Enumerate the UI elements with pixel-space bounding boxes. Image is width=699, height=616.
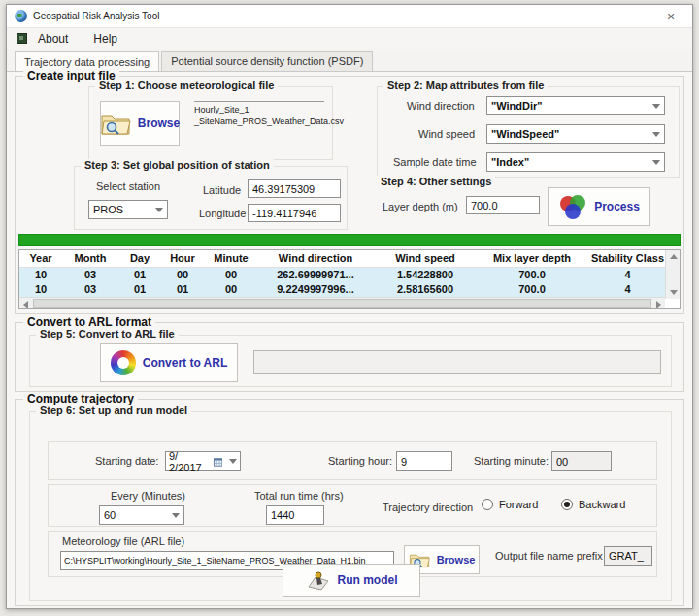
table-cell: 00 [204, 268, 258, 282]
every-minutes-value: 60 [104, 509, 168, 521]
process-button[interactable]: Process [548, 187, 650, 226]
col-header[interactable]: Stability Class [586, 250, 669, 268]
met-file-name-line2: _SiteName_PROS_Weather_Data.csv [194, 115, 324, 127]
col-header[interactable]: Wind direction [258, 250, 373, 268]
convert-to-arl-button[interactable]: Convert to ARL [100, 343, 238, 382]
run-settings-row: Every (Minutes) 60 Total run time (hrs) … [48, 484, 657, 527]
output-prefix-label: Output file name prefix [495, 550, 603, 562]
col-header[interactable]: Year [19, 250, 62, 268]
table-cell: 01 [118, 268, 161, 282]
run-model-button[interactable]: Run model [283, 564, 420, 597]
table-header-row: Year Month Day Hour Minute Wind directio… [19, 250, 680, 268]
starting-date-label: Starting date: [95, 455, 158, 467]
wind-direction-select[interactable]: "WindDir" [486, 96, 665, 115]
radio-icon [482, 499, 493, 510]
about-icon [17, 33, 27, 44]
app-icon [15, 10, 27, 22]
menu-about[interactable]: About [32, 30, 74, 48]
met-file-name: Hourly_Site_1 _SiteName_PROS_Weather_Dat… [194, 101, 324, 127]
sample-date-time-select[interactable]: "Index" [486, 152, 665, 172]
table-cell: 00 [204, 282, 258, 297]
table-cell: 4 [586, 268, 669, 282]
wind-direction-label: Wind direction [407, 100, 475, 112]
table-cell: 03 [62, 268, 118, 282]
browse-arl-label: Browse [437, 554, 476, 566]
menu-help[interactable]: Help [87, 30, 123, 48]
col-header[interactable]: Hour [161, 250, 204, 268]
run-model-icon [306, 569, 331, 591]
col-header[interactable]: Minute [204, 250, 258, 268]
scrollbar-thumb[interactable] [33, 299, 651, 308]
table-cell: 4 [586, 282, 669, 297]
window-title: Geospatial Risk Analysis Tool [33, 11, 159, 21]
scroll-down-icon[interactable] [670, 290, 678, 295]
forward-radio[interactable]: Forward [482, 499, 538, 510]
total-run-time-label: Total run time (hrs) [254, 490, 344, 502]
col-header[interactable]: Day [118, 250, 161, 268]
table-cell: 01 [161, 282, 204, 297]
station-select[interactable]: PROS [88, 200, 168, 219]
table-cell: 700.0 [478, 268, 586, 282]
scroll-left-icon[interactable] [23, 301, 28, 308]
trajectory-direction-label: Trajectory direction [383, 502, 473, 513]
table-cell: 10 [19, 282, 62, 297]
sample-date-time-value: "Index" [491, 156, 649, 168]
station-value: PROS [93, 204, 151, 215]
starting-date-picker[interactable]: 9/ 2/2017 [165, 451, 241, 471]
met-file-name-line1: Hourly_Site_1 [194, 104, 324, 115]
table-cell: 9.2249997996... [258, 282, 373, 297]
vertical-scrollbar[interactable] [665, 250, 680, 299]
radio-selected-icon [561, 499, 573, 510]
tab-strip: Trajectory data processing Potential sou… [7, 49, 692, 71]
browse-met-file-button[interactable]: Browse [100, 101, 180, 146]
tab-page: Create input file Step 1: Choose meteoro… [7, 71, 692, 608]
backward-label: Backward [579, 499, 625, 510]
tab-psdf[interactable]: Potential source density function (PSDF) [161, 51, 373, 71]
table-row[interactable]: 10 03 01 01 00 9.2249997996... 2.5816560… [19, 282, 680, 297]
horizontal-scrollbar[interactable] [19, 297, 665, 308]
longitude-label: Longitude [199, 208, 246, 219]
wind-direction-value: "WindDir" [491, 100, 649, 112]
latitude-field[interactable] [248, 179, 341, 198]
chevron-down-icon [652, 104, 660, 109]
select-station-label: Select station [96, 180, 160, 192]
close-icon[interactable]: × [657, 6, 684, 27]
table-cell: 262.69999971... [258, 268, 373, 282]
table-cell: 10 [19, 268, 62, 282]
convert-to-arl-label: Convert to ARL [143, 356, 228, 370]
backward-radio[interactable]: Backward [561, 499, 625, 510]
weather-data-table: Year Month Day Hour Minute Wind directio… [18, 249, 681, 309]
starting-hour-field[interactable] [396, 451, 452, 471]
wind-speed-label: Wind speed [418, 128, 475, 140]
table-cell: 2.58165600 [373, 282, 478, 297]
chevron-down-icon [652, 132, 660, 137]
table-cell: 01 [118, 282, 161, 297]
starting-minute-field[interactable] [551, 451, 612, 471]
table-cell: 1.54228800 [373, 268, 478, 282]
layer-depth-field[interactable] [466, 196, 540, 214]
every-minutes-label: Every (Minutes) [111, 490, 185, 502]
chevron-down-icon [652, 160, 660, 165]
step6-group: Step 6: Set up and run model Starting da… [29, 411, 672, 601]
convert-title: Convert to ARL format [23, 315, 155, 329]
color-wheel-icon [111, 350, 136, 375]
table-row[interactable]: 10 03 01 00 00 262.69999971... 1.5422880… [19, 268, 680, 282]
table-cell: 00 [161, 268, 204, 282]
longitude-field[interactable] [248, 204, 341, 222]
scroll-right-icon[interactable] [656, 301, 661, 308]
col-header[interactable]: Mix layer depth [478, 250, 586, 268]
output-prefix-field[interactable] [604, 546, 652, 566]
col-header[interactable]: Wind speed [373, 250, 478, 268]
col-header[interactable]: Month [62, 250, 118, 268]
chevron-down-icon [229, 459, 237, 464]
starting-hour-label: Starting hour: [328, 455, 392, 467]
every-minutes-select[interactable]: 60 [99, 505, 184, 525]
calendar-icon [214, 457, 222, 467]
forward-label: Forward [499, 499, 538, 510]
rgb-circles-icon [558, 194, 587, 220]
table-cell: 03 [62, 282, 118, 297]
chevron-down-icon [172, 513, 180, 518]
wind-speed-select[interactable]: "WindSpeed" [486, 124, 665, 144]
scroll-up-icon[interactable] [670, 254, 678, 259]
total-run-time-field[interactable] [266, 505, 324, 525]
